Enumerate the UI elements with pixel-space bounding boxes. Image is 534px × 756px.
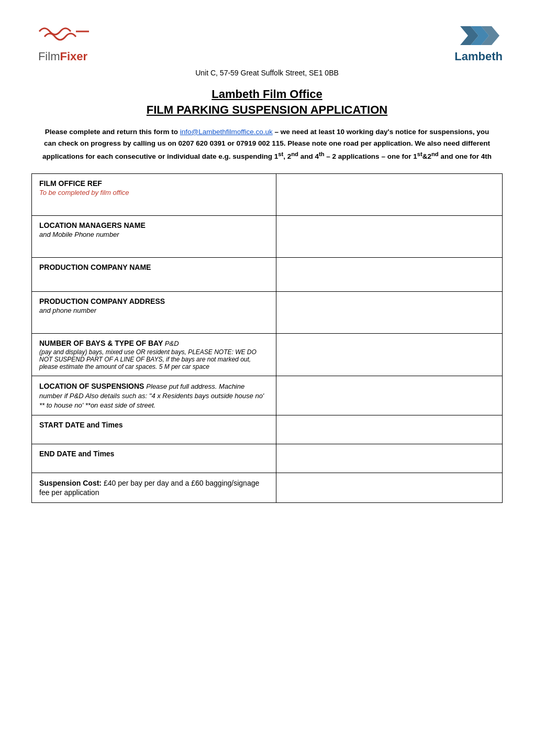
film-office-ref-value[interactable]: [276, 174, 503, 216]
table-row: PRODUCTION COMPANY ADDRESS and phone num…: [32, 292, 503, 334]
suspension-cost-label: Suspension Cost: £40 per bay per day and…: [39, 479, 259, 497]
company-address: Unit C, 57-59 Great Suffolk Street, SE1 …: [31, 69, 503, 77]
field-label-cell: NUMBER OF BAYS & TYPE OF BAY P&D (pay an…: [32, 334, 276, 376]
field-label-cell: FILM OFFICE REF To be completed by film …: [32, 174, 276, 216]
lambeth-logo: Lambeth: [454, 21, 503, 63]
filmfixer-logo: FilmFixer: [31, 21, 94, 63]
number-of-bays-note: (pay and display) bays, mixed use OR res…: [39, 348, 269, 370]
table-row: NUMBER OF BAYS & TYPE OF BAY P&D (pay an…: [32, 334, 503, 376]
field-label-cell: END DATE and Times: [32, 444, 276, 473]
production-company-name-value[interactable]: [276, 258, 503, 292]
field-label-cell: PRODUCTION COMPANY ADDRESS and phone num…: [32, 292, 276, 334]
title-line2: FILM PARKING SUSPENSION APPLICATION: [31, 103, 503, 117]
field-label-cell: Suspension Cost: £40 per bay per day and…: [32, 473, 276, 503]
film-office-ref-sublabel: To be completed by film office: [39, 189, 269, 196]
production-company-address-value[interactable]: [276, 292, 503, 334]
table-row: LOCATION MANAGERS NAME and Mobile Phone …: [32, 216, 503, 258]
location-manager-label: LOCATION MANAGERS NAME: [39, 221, 269, 229]
table-row: Suspension Cost: £40 per bay per day and…: [32, 473, 503, 503]
number-of-bays-label: NUMBER OF BAYS & TYPE OF BAY P&D: [39, 339, 269, 347]
table-row: LOCATION OF SUSPENSIONS Please put full …: [32, 376, 503, 415]
production-company-name-label: PRODUCTION COMPANY NAME: [39, 263, 269, 271]
field-label-cell: LOCATION OF SUSPENSIONS Please put full …: [32, 376, 276, 415]
table-row: FILM OFFICE REF To be completed by film …: [32, 174, 503, 216]
production-company-address-label: PRODUCTION COMPANY ADDRESS: [39, 297, 269, 305]
table-row: PRODUCTION COMPANY NAME: [32, 258, 503, 292]
location-suspensions-label: LOCATION OF SUSPENSIONS Please put full …: [39, 382, 264, 409]
film-office-ref-label: FILM OFFICE REF: [39, 179, 269, 188]
end-date-label: END DATE and Times: [39, 450, 269, 458]
suspension-cost-value[interactable]: [276, 473, 503, 503]
page-header: FilmFixer Lambeth: [31, 21, 503, 63]
location-suspensions-value[interactable]: [276, 376, 503, 415]
location-manager-value[interactable]: [276, 216, 503, 258]
number-of-bays-value[interactable]: [276, 334, 503, 376]
field-label-cell: START DATE and Times: [32, 415, 276, 444]
page-title-block: Lambeth Film Office FILM PARKING SUSPENS…: [31, 87, 503, 117]
field-label-cell: PRODUCTION COMPANY NAME: [32, 258, 276, 292]
title-line1: Lambeth Film Office: [31, 87, 503, 101]
lambeth-logo-icon: [455, 21, 502, 50]
email-link[interactable]: info@Lambethfilmoffice.co.uk: [180, 128, 273, 136]
lambeth-wordmark: Lambeth: [454, 50, 503, 63]
production-company-address-sublabel: and phone number: [39, 306, 269, 314]
filmfixer-wordmark: FilmFixer: [38, 50, 87, 63]
location-manager-sublabel: and Mobile Phone number: [39, 231, 269, 238]
application-form-table: FILM OFFICE REF To be completed by film …: [31, 173, 503, 503]
table-row: START DATE and Times: [32, 415, 503, 444]
field-label-cell: LOCATION MANAGERS NAME and Mobile Phone …: [32, 216, 276, 258]
start-date-label: START DATE and Times: [39, 421, 269, 429]
end-date-value[interactable]: [276, 444, 503, 473]
start-date-value[interactable]: [276, 415, 503, 444]
intro-paragraph: Please complete and return this form to …: [31, 126, 503, 162]
table-row: END DATE and Times: [32, 444, 503, 473]
intro-text-before: Please complete and return this form to: [45, 128, 180, 136]
filmfixer-logo-icon: [31, 21, 94, 50]
